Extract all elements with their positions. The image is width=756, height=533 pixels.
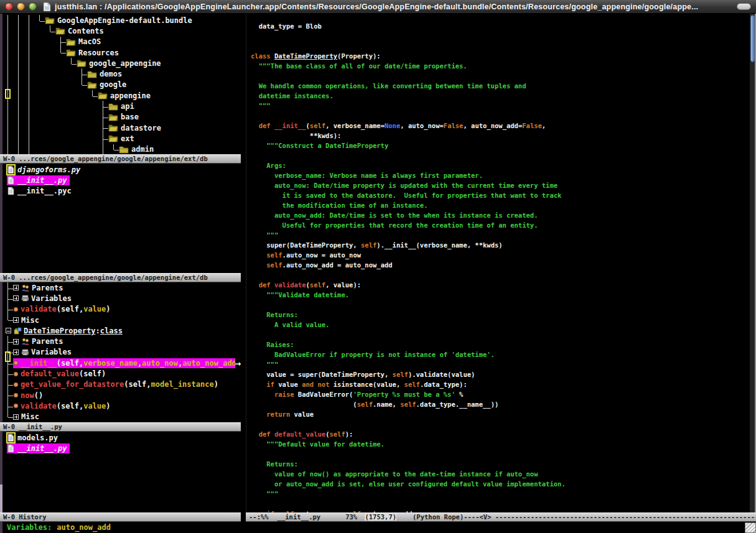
method-param: self [83,369,101,378]
buffer-item-__init__.py[interactable]: __init__.py [2,175,241,185]
code-line: self.auto_now = auto_now [251,250,749,260]
collapse-toggle-icon[interactable] [6,328,11,333]
modeline-flags: --:%% [249,513,269,521]
zoom-button[interactable] [29,2,37,11]
tree-item-Resources[interactable]: Resources [2,47,241,58]
code-token [251,261,266,269]
methods-row-default_value[interactable]: default_value (self) [2,368,235,379]
folder-open-icon [45,16,55,24]
method-icon [13,307,19,312]
expand-toggle-icon[interactable] [13,350,19,355]
method-param: ) [101,369,106,378]
toolbar-toggle-button[interactable] [737,3,751,10]
methods-row-validate[interactable]: validate (self,value) [2,401,235,411]
tree-guides [2,368,13,379]
methods-row-validate[interactable]: validate (self,value) [2,304,235,315]
folder-open-icon [108,134,118,142]
expand-toggle-icon[interactable] [13,339,19,345]
code-scrollbar-track[interactable] [749,14,756,512]
tree-guides [2,336,13,346]
method-param: auto_now [142,359,178,368]
code-token: auto_now_add: Date/time is set to the wh… [251,211,538,219]
code-line: """ [251,230,749,240]
code-line: self.auto_now_add = auto_now_add [251,260,749,270]
tree-item-appengine[interactable]: appengine [2,90,241,101]
tree-item-MacOS[interactable]: MacOS [2,37,241,47]
code-token: We handle common operations, like conver… [251,82,526,90]
methods-row-__init__[interactable]: __init__ (self,verbose_name,auto_now,aut… [2,358,235,368]
tree-item-Contents[interactable]: Contents [2,25,241,36]
methods-row-get_value_for_datastore[interactable]: get_value_for_datastore (self,model_inst… [2,379,235,390]
buffer-item-__init__.pyc[interactable]: __init__.pyc [2,186,241,197]
tree-item-admin[interactable]: admin [2,144,241,154]
tree-guides [2,37,66,47]
minimize-button[interactable] [17,2,25,11]
window-resize-grip[interactable] [745,522,756,533]
buffer-item-__init__.py[interactable]: __init__.py [2,443,241,453]
code-line: data_type = Blob [251,21,749,31]
code-token: self [310,122,325,129]
methods-row-Misc[interactable]: Misc [2,412,235,422]
buffer-item-models.py[interactable]: models.py [2,432,241,443]
expand-toggle-icon[interactable] [13,414,19,420]
code-token: class [251,52,274,60]
code-token: self [266,261,282,269]
code-line: """Construct a DateTimeProperty [251,141,749,151]
history-entry[interactable]: Variables:auto_now_add [2,522,241,532]
tree-guides [2,282,13,293]
code-token: return [251,410,290,418]
code-line: """The base class of all of our date/tim… [251,61,749,71]
code-token: value [290,410,314,418]
code-editor[interactable]: data_type = Blob class DateTimeProperty(… [246,14,749,512]
method-name: __init__ [21,359,57,368]
method-param: verbose_name [83,359,138,368]
history-panel: Variables:auto_now_add [2,522,241,533]
tree-item-label: MacOS [78,37,101,46]
code-line: Returns: [251,310,749,320]
buffer-name: __init__.pyc [17,187,72,195]
class-kind: class [100,327,123,335]
code-token: """ [251,231,278,239]
modeline-major-mode: (Python Rope) [413,513,464,521]
tree-item-google_appengine[interactable]: google_appengine [2,58,241,68]
expand-toggle-icon[interactable] [13,295,19,301]
tree-item-base[interactable]: base [2,112,241,123]
code-token: auto_now: Date/time property is updated … [251,182,558,189]
methods-row-Parents[interactable]: Parents [2,336,235,346]
close-button[interactable] [5,2,13,11]
tree-item-google[interactable]: google [2,80,241,90]
code-scrollbar-thumb[interactable] [750,15,755,62]
code-line: Useful for properties that record the cr… [251,220,749,230]
method-param: self [128,380,146,389]
buffer-name: __init__.py [17,176,67,185]
tree-guides [2,90,98,101]
method-param: self [61,402,79,410]
methods-row-Variables[interactable]: Variables [2,293,235,304]
method-name: validate [21,402,57,410]
code-line: datetime instances. [251,91,749,101]
folder-open-icon [55,27,65,35]
tree-item-demos[interactable]: demos [2,68,241,79]
methods-row-DateTimeProperty[interactable]: DateTimeProperty : class [2,325,235,336]
code-token: A valid value. [251,321,329,328]
methods-row-Variables[interactable]: Variables [2,347,235,358]
code-token: **kwds): [251,132,341,139]
tree-item-datastore[interactable]: datastore [2,123,241,133]
code-token: Returns: [251,460,298,468]
folder-open-icon [66,49,76,57]
buffer-item-djangoforms.py[interactable]: djangoforms.py [2,164,241,175]
tree-guides [2,315,13,325]
methods-row-now[interactable]: now () [2,390,235,401]
code-token: 'Property %s must be a %s' [353,391,455,398]
code-line [251,330,749,340]
tree-item-ext[interactable]: ext [2,133,241,144]
expand-toggle-icon[interactable] [13,285,19,290]
expand-toggle-icon[interactable] [13,317,19,323]
methods-row-Parents[interactable]: Parents [2,282,235,293]
tree-item-GoogleAppEngine-default.bundle[interactable]: GoogleAppEngine-default.bundle [2,15,241,25]
tree-item-api[interactable]: api [2,101,241,111]
node-label: Misc [21,412,39,421]
methods-row-Misc[interactable]: Misc [2,315,235,325]
code-token: ).__init__(verbose_name, **kwds) [376,241,502,249]
folder-open-icon [77,59,86,67]
